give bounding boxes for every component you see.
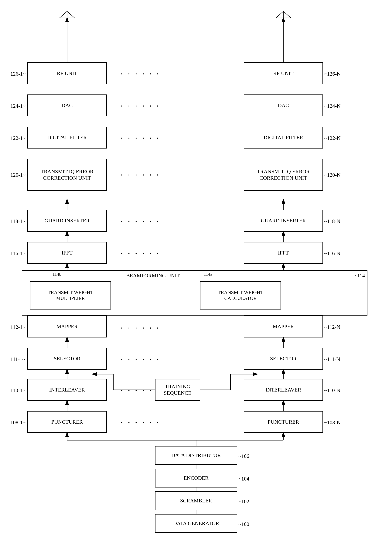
tw-multiplier-block: TRANSMIT WEIGHTMULTIPLIER bbox=[30, 281, 111, 309]
dac-1-block: DAC bbox=[27, 94, 107, 117]
mapper-dots: · · · · · · bbox=[121, 324, 160, 332]
ifft-1-label: IFFT bbox=[62, 250, 73, 256]
interleaver-1-label: INTERLEAVER bbox=[49, 387, 85, 393]
data-distributor-block: DATA DISTRIBUTOR bbox=[155, 446, 237, 465]
selector-n-label: SELECTOR bbox=[270, 355, 297, 362]
tx-iq-n-block: TRANSMIT IQ ERRORCORRECTION UNIT bbox=[244, 159, 323, 191]
tx-iq-1-block: TRANSMIT IQ ERRORCORRECTION UNIT bbox=[27, 159, 107, 191]
ifft-1-ref: 116-1~ bbox=[10, 250, 25, 257]
tx-iq-n-ref: ~120-N bbox=[324, 172, 341, 178]
encoder-block: ENCODER bbox=[155, 469, 237, 487]
data-generator-ref: ~100 bbox=[238, 521, 249, 527]
mapper-1-label: MAPPER bbox=[56, 323, 78, 330]
ifft-1-block: IFFT bbox=[27, 242, 107, 264]
data-distributor-ref: ~106 bbox=[238, 453, 249, 459]
training-sequence-label: TRAININGSEQUENCE bbox=[164, 383, 191, 396]
selector-1-ref: 111-1~ bbox=[10, 356, 25, 362]
svg-line-8 bbox=[276, 11, 283, 18]
beamforming-label: BEAMFORMING UNIT bbox=[126, 273, 180, 279]
encoder-label: ENCODER bbox=[184, 475, 209, 481]
guard-inserter-dots: · · · · · · bbox=[121, 217, 160, 225]
svg-line-4 bbox=[60, 11, 67, 18]
tx-iq-dots: · · · · · · bbox=[121, 171, 160, 179]
ifft-n-label: IFFT bbox=[278, 250, 289, 256]
dac-n-label: DAC bbox=[278, 102, 289, 109]
guard-inserter-n-block: GUARD INSERTER bbox=[244, 210, 323, 232]
selector-n-block: SELECTOR bbox=[244, 348, 323, 370]
selector-n-ref: ~111-N bbox=[324, 356, 340, 362]
data-generator-block: DATA GENERATOR bbox=[155, 514, 237, 533]
mapper-n-label: MAPPER bbox=[273, 323, 294, 330]
dac-1-label: DAC bbox=[61, 102, 73, 109]
beamforming-ref: ~114 bbox=[355, 273, 365, 279]
mapper-1-ref: 112-1~ bbox=[10, 324, 25, 330]
digital-filter-1-block: DIGITAL FILTER bbox=[27, 127, 107, 149]
beamforming-outer: BEAMFORMING UNIT ~114 114b 114a TRANSMIT… bbox=[22, 270, 368, 316]
puncturer-n-ref: ~108-N bbox=[324, 420, 341, 425]
guard-inserter-1-block: GUARD INSERTER bbox=[27, 210, 107, 232]
puncturer-dots: · · · · · · bbox=[121, 419, 160, 426]
guard-inserter-n-ref: ~118-N bbox=[324, 218, 341, 224]
puncturer-1-ref: 108-1~ bbox=[10, 420, 25, 425]
tx-iq-1-ref: 120-1~ bbox=[10, 172, 25, 178]
digital-filter-n-block: DIGITAL FILTER bbox=[244, 127, 323, 149]
tw-multiplier-sublabel: 114b bbox=[52, 272, 61, 277]
rf-unit-n-ref: ~126-N bbox=[324, 71, 341, 77]
training-sequence-block: TRAININGSEQUENCE bbox=[155, 379, 200, 401]
svg-line-5 bbox=[67, 11, 75, 18]
mapper-n-block: MAPPER bbox=[244, 316, 323, 337]
digital-filter-1-ref: 122-1~ bbox=[10, 135, 25, 141]
digital-filter-1-label: DIGITAL FILTER bbox=[47, 134, 87, 141]
tw-calculator-sublabel: 114a bbox=[204, 272, 212, 277]
mapper-n-ref: ~112-N bbox=[324, 324, 341, 330]
rf-unit-1-block: RF UNIT bbox=[27, 62, 107, 84]
rf-unit-1-label: RF UNIT bbox=[57, 70, 77, 76]
rf-unit-n-block: RF UNIT bbox=[244, 62, 323, 84]
interleaver-1-ref: 110-1~ bbox=[10, 387, 25, 393]
dac-n-ref: ~124-N bbox=[324, 103, 341, 109]
scrambler-block: SCRAMBLER bbox=[155, 491, 237, 510]
ifft-dots: · · · · · · bbox=[121, 249, 160, 257]
selector-dots: · · · · · · bbox=[121, 355, 160, 363]
interleaver-n-block: INTERLEAVER bbox=[244, 379, 323, 401]
ifft-n-ref: ~116-N bbox=[324, 250, 341, 257]
encoder-ref: ~104 bbox=[238, 476, 249, 482]
rf-unit-n-label: RF UNIT bbox=[273, 70, 294, 76]
tw-multiplier-label: TRANSMIT WEIGHTMULTIPLIER bbox=[48, 290, 93, 301]
tx-iq-n-label: TRANSMIT IQ ERRORCORRECTION UNIT bbox=[257, 168, 310, 181]
guard-inserter-1-ref: 118-1~ bbox=[10, 218, 25, 224]
rf-unit-1-ref: 126-1~ bbox=[10, 71, 25, 77]
data-distributor-label: DATA DISTRIBUTOR bbox=[171, 452, 221, 459]
svg-line-9 bbox=[283, 11, 291, 18]
guard-inserter-1-label: GUARD INSERTER bbox=[45, 218, 90, 224]
interleaver-n-label: INTERLEAVER bbox=[266, 387, 301, 393]
puncturer-n-block: PUNCTURER bbox=[244, 411, 323, 433]
data-generator-label: DATA GENERATOR bbox=[173, 520, 219, 527]
digital-filter-n-label: DIGITAL FILTER bbox=[264, 134, 303, 141]
dac-n-block: DAC bbox=[244, 94, 323, 117]
tw-calculator-label: TRANSMIT WEIGHTCALCULATOR bbox=[218, 290, 263, 301]
mapper-1-block: MAPPER bbox=[27, 316, 107, 337]
ifft-n-block: IFFT bbox=[244, 242, 323, 264]
selector-1-block: SELECTOR bbox=[27, 348, 107, 370]
rf-unit-dots: · · · · · · bbox=[121, 70, 160, 78]
interleaver-1-block: INTERLEAVER bbox=[27, 379, 107, 401]
digital-filter-n-ref: ~122-N bbox=[324, 135, 341, 141]
puncturer-n-label: PUNCTURER bbox=[268, 419, 299, 425]
selector-1-label: SELECTOR bbox=[54, 355, 80, 362]
digital-filter-dots: · · · · · · bbox=[121, 134, 160, 142]
interleaver-n-ref: ~110-N bbox=[324, 387, 341, 393]
dac-dots: · · · · · · bbox=[121, 102, 160, 110]
puncturer-1-label: PUNCTURER bbox=[51, 419, 83, 425]
tw-calculator-block: TRANSMIT WEIGHTCALCULATOR bbox=[200, 281, 281, 309]
scrambler-ref: ~102 bbox=[238, 499, 249, 504]
scrambler-label: SCRAMBLER bbox=[180, 498, 212, 504]
puncturer-1-block: PUNCTURER bbox=[27, 411, 107, 433]
tx-iq-1-label: TRANSMIT IQ ERRORCORRECTION UNIT bbox=[41, 168, 93, 181]
dac-1-ref: 124-1~ bbox=[10, 103, 25, 109]
interleaver-dots: · · · · · · bbox=[121, 386, 160, 394]
guard-inserter-n-label: GUARD INSERTER bbox=[261, 218, 306, 224]
